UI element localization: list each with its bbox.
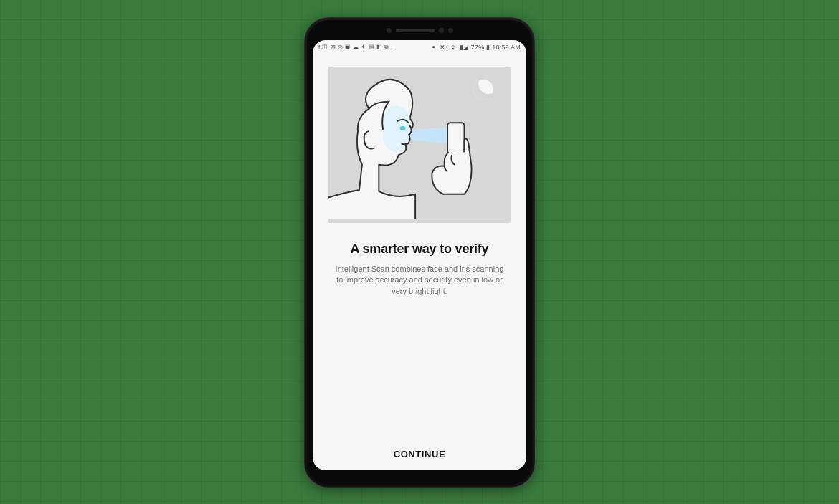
statusbar-app-icon: ▣ <box>345 44 351 50</box>
statusbar-app-icon: ◎ <box>338 44 343 50</box>
continue-button[interactable]: CONTINUE <box>313 439 526 470</box>
clock: 10:59 AM <box>492 44 521 51</box>
face-scan-illustration <box>328 67 511 219</box>
bezel-top <box>308 22 531 40</box>
statusbar-app-icon: f <box>318 44 320 50</box>
bezel-bottom <box>308 470 531 480</box>
statusbar-app-icon: ◫ <box>322 44 328 50</box>
sensor-dot <box>387 28 392 33</box>
speaker-grille <box>396 29 435 32</box>
page-background: f ◫ ✉ ◎ ▣ ☁ ✦ ▤ ◧ ⧉ ·· ⚭ ✕⸾ <box>0 0 839 504</box>
statusbar-right-icons: ⚭ ✕⸾ ᯤ ▮◢ 77% ▮ 10:59 AM <box>431 44 521 51</box>
statusbar-app-icon: ⧉ <box>384 44 389 51</box>
iris-sensor-dot <box>448 28 453 33</box>
screen: f ◫ ✉ ◎ ▣ ☁ ✦ ▤ ◧ ⧉ ·· ⚭ ✕⸾ <box>313 40 526 470</box>
vibrate-icon: ✕⸾ <box>440 44 449 51</box>
continue-label: CONTINUE <box>394 449 446 460</box>
statusbar-app-icon: ▤ <box>369 44 374 50</box>
status-bar: f ◫ ✉ ◎ ▣ ☁ ✦ ▤ ◧ ⧉ ·· ⚭ ✕⸾ <box>313 40 526 54</box>
svg-rect-0 <box>447 123 464 153</box>
battery-percentage: 77% <box>471 44 485 51</box>
statusbar-app-icon: ◧ <box>376 44 382 50</box>
person-head-icon <box>328 79 415 219</box>
signal-icon: ▮◢ <box>460 44 468 51</box>
body-copy: Intelligent Scan combines face and iris … <box>334 264 505 298</box>
bluetooth-icon: ⚭ <box>431 44 437 51</box>
statusbar-app-icon: ☁ <box>353 44 359 50</box>
spacer <box>313 298 526 438</box>
statusbar-app-icon: ✦ <box>361 44 366 50</box>
battery-icon: ▮ <box>486 44 490 51</box>
headline: A smarter way to verify <box>330 242 509 257</box>
statusbar-app-icon: ✉ <box>331 44 336 50</box>
statusbar-left-icons: f ◫ ✉ ◎ ▣ ☁ ✦ ▤ ◧ ⧉ ·· <box>318 44 394 51</box>
wifi-icon: ᯤ <box>451 44 458 51</box>
illustration-panel <box>328 67 511 223</box>
phone-frame: f ◫ ✉ ◎ ▣ ☁ ✦ ▤ ◧ ⧉ ·· ⚭ ✕⸾ <box>304 17 535 488</box>
svg-point-1 <box>400 126 406 130</box>
phone-inner: f ◫ ✉ ◎ ▣ ☁ ✦ ▤ ◧ ⧉ ·· ⚭ ✕⸾ <box>307 20 532 485</box>
statusbar-overflow: ·· <box>391 44 394 50</box>
camera-dot <box>439 28 444 33</box>
